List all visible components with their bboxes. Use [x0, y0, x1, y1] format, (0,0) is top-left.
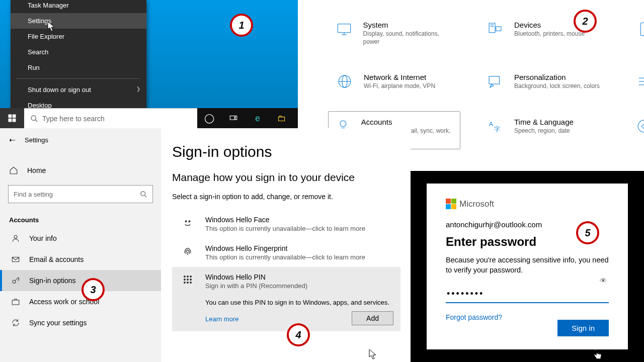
- category-sub: Display, sound, notifications, power: [363, 30, 454, 46]
- category-title: Network & Internet: [364, 73, 435, 81]
- winx-file-explorer[interactable]: File Explorer: [11, 29, 146, 44]
- taskbar-pinned: ◯ ｅ 🗀: [197, 108, 294, 128]
- category-time-language[interactable]: A字 Time & LanguageSpeech, region, date: [478, 111, 611, 149]
- settings-search-placeholder: Find a setting: [14, 191, 53, 198]
- page-instruction: Select a sign-in option to add, change, …: [172, 193, 400, 201]
- step-badge-4: 4: [287, 323, 310, 346]
- panel-ms-signin: Microsoft antonchigurhjr@outlook.com Ent…: [411, 171, 644, 362]
- nav-sync[interactable]: Sync your settings: [0, 312, 161, 333]
- option-sub: Sign in with a PIN (Recommended): [205, 282, 307, 290]
- person-icon: [11, 234, 20, 243]
- key-icon: [11, 276, 20, 285]
- category-personalization[interactable]: PersonalizationBackground, lock screen, …: [478, 66, 611, 97]
- nav-signin-options[interactable]: Sign-in options: [0, 270, 161, 291]
- svg-point-38: [187, 276, 189, 278]
- svg-rect-0: [9, 115, 12, 118]
- chevron-right-icon: ❯: [136, 86, 140, 92]
- nav-label: Email & accounts: [29, 255, 84, 263]
- svg-point-27: [638, 120, 644, 132]
- svg-text:A: A: [489, 121, 493, 128]
- step-badge-2: 2: [574, 10, 597, 33]
- signin-button[interactable]: Sign in: [557, 320, 609, 336]
- svg-rect-2: [9, 119, 12, 122]
- svg-point-44: [187, 282, 189, 284]
- svg-point-4: [31, 116, 36, 120]
- category-apps-partial[interactable]: [629, 66, 644, 97]
- svg-rect-20: [489, 76, 499, 84]
- winx-run[interactable]: Run: [11, 60, 146, 75]
- add-button[interactable]: Add: [352, 311, 393, 325]
- globe-icon: [336, 73, 353, 90]
- winx-separator: [17, 78, 140, 79]
- nav-email-accounts[interactable]: Email & accounts: [0, 249, 161, 270]
- microsoft-logo-icon: [446, 199, 456, 209]
- svg-point-42: [190, 279, 192, 281]
- svg-rect-6: [230, 116, 234, 120]
- svg-point-31: [14, 235, 17, 238]
- svg-point-36: [189, 221, 190, 222]
- option-hello-pin[interactable]: Windows Hello PINSign in with a PIN (Rec…: [172, 267, 400, 331]
- svg-rect-12: [489, 23, 495, 33]
- option-title: Windows Hello Fingerprint: [205, 244, 365, 252]
- arrow-left-icon: 🠐: [9, 136, 16, 144]
- taskbar-search[interactable]: Type here to search: [24, 108, 197, 128]
- step-badge-1: 1: [230, 14, 253, 37]
- devices-icon: [487, 21, 504, 38]
- nav-your-info[interactable]: Your info: [0, 228, 161, 249]
- svg-point-35: [185, 221, 187, 222]
- sidebar-section: Accounts: [0, 212, 161, 228]
- category-sub: Bluetooth, printers, mouse: [514, 30, 585, 38]
- svg-text:字: 字: [494, 126, 500, 133]
- winx-shutdown[interactable]: Shut down or sign out ❯: [11, 82, 146, 98]
- taskbar: Type here to search ◯ ｅ 🗀: [0, 108, 298, 128]
- apps-icon: [635, 73, 644, 90]
- forgot-password-link[interactable]: Forgot password?: [446, 313, 502, 321]
- home-link[interactable]: Home: [0, 161, 161, 180]
- edge-icon[interactable]: ｅ: [246, 108, 270, 128]
- start-button[interactable]: [0, 108, 24, 128]
- reveal-password-icon[interactable]: 👁: [600, 277, 607, 285]
- fingerprint-icon: [181, 244, 194, 257]
- category-phone-partial[interactable]: [629, 14, 644, 52]
- option-hello-fingerprint[interactable]: Windows Hello FingerprintThis option is …: [172, 238, 400, 267]
- svg-point-33: [13, 280, 16, 283]
- svg-rect-16: [640, 23, 644, 36]
- settings-search[interactable]: Find a setting: [8, 185, 153, 203]
- cortana-icon[interactable]: ◯: [197, 108, 221, 128]
- windows-logo-icon: [8, 114, 17, 123]
- task-view-icon[interactable]: [221, 108, 246, 128]
- category-network[interactable]: Network & InternetWi-Fi, airplane mode, …: [328, 66, 460, 97]
- back-button[interactable]: 🠐 Settings: [0, 133, 161, 147]
- svg-point-40: [184, 279, 186, 281]
- category-gaming-partial[interactable]: [629, 111, 644, 149]
- microsoft-logo: Microsoft: [446, 199, 609, 209]
- file-explorer-icon[interactable]: 🗀: [270, 108, 294, 128]
- svg-rect-13: [496, 27, 501, 31]
- category-title: Accounts: [361, 118, 454, 126]
- back-label: Settings: [25, 136, 48, 144]
- winx-settings[interactable]: Settings: [11, 13, 146, 29]
- svg-marker-46: [369, 349, 376, 359]
- svg-point-41: [187, 279, 189, 281]
- learn-more-link[interactable]: Learn more: [205, 315, 238, 323]
- password-input[interactable]: [446, 287, 609, 303]
- svg-line-5: [35, 120, 37, 122]
- nav-label: Your info: [29, 234, 57, 242]
- svg-point-39: [190, 276, 192, 278]
- phone-icon: [635, 21, 644, 38]
- winx-search[interactable]: Search: [11, 44, 146, 60]
- nav-work-school[interactable]: Access work or school: [0, 291, 161, 312]
- sync-icon: [11, 318, 20, 327]
- panel-settings-signin: 🠐 Settings Home Find a setting Accounts …: [0, 128, 411, 362]
- svg-point-37: [184, 276, 186, 278]
- home-label: Home: [27, 166, 46, 174]
- home-icon: [9, 166, 18, 175]
- svg-rect-32: [12, 257, 19, 262]
- time-language-icon: A字: [487, 118, 504, 135]
- category-sub: Wi-Fi, airplane mode, VPN: [364, 82, 435, 90]
- option-hello-face[interactable]: Windows Hello FaceThis option is current…: [172, 210, 400, 238]
- winx-task-manager[interactable]: Task Manager: [11, 0, 146, 13]
- category-system[interactable]: SystemDisplay, sound, notifications, pow…: [328, 14, 460, 52]
- svg-point-24: [340, 121, 346, 127]
- settings-content: Sign-in options Manage how you sign in t…: [161, 128, 411, 362]
